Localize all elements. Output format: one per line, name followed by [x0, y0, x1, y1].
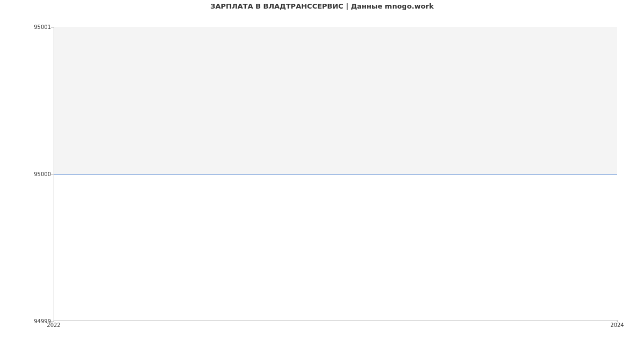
y-tick-label: 95000	[34, 171, 51, 177]
y-tick: 94999	[3, 318, 51, 324]
x-tick-label: 2022	[47, 322, 60, 328]
x-tick: 2022	[47, 322, 60, 328]
x-tick: 2024	[610, 322, 624, 328]
x-tick-mark	[53, 320, 54, 322]
chart-title: ЗАРПЛАТА В ВЛАДТРАНССЕРВИС | Данные mnog…	[0, 2, 644, 10]
y-tick-mark	[51, 27, 54, 27]
plot-area	[54, 27, 617, 321]
y-tick: 95000	[3, 171, 51, 177]
x-tick-label: 2024	[610, 322, 624, 328]
series-line	[54, 174, 617, 174]
x-tick-mark	[617, 320, 617, 322]
area-fill	[54, 27, 617, 174]
y-tick: 95001	[3, 24, 51, 30]
y-tick-mark	[51, 174, 54, 174]
y-tick-label: 95001	[34, 24, 51, 30]
chart-container: ЗАРПЛАТА В ВЛАДТРАНССЕРВИС | Данные mnog…	[0, 0, 644, 349]
